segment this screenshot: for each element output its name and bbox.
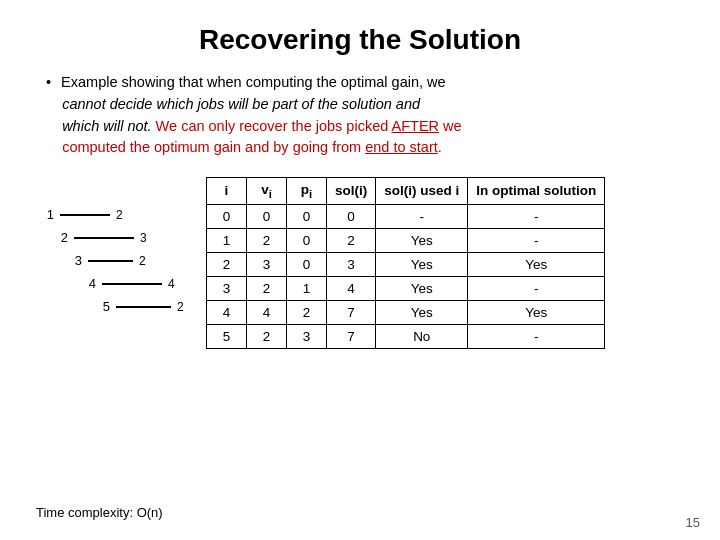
table-row: 0000-- <box>207 204 605 228</box>
table-cell: 3 <box>327 252 376 276</box>
table-cell: - <box>468 276 605 300</box>
diagram-row: 44 <box>36 276 196 291</box>
slide-title: Recovering the Solution <box>36 24 684 56</box>
col-inopt: In optimal solution <box>468 178 605 205</box>
bullet-part2: cannot decide which jobs will be part of… <box>62 96 420 112</box>
table-row: 3214Yes- <box>207 276 605 300</box>
diagram-job-label: 2 <box>50 230 68 245</box>
table-cell: Yes <box>468 252 605 276</box>
table-cell: 7 <box>327 324 376 348</box>
table-cell: 4 <box>327 276 376 300</box>
col-vi: vi <box>247 178 287 205</box>
table-row: 1202Yes- <box>207 228 605 252</box>
diagram-job-value: 3 <box>140 231 147 245</box>
table-cell: 1 <box>207 228 247 252</box>
diagram-row: 52 <box>36 299 196 314</box>
col-i: i <box>207 178 247 205</box>
bullet-text: • Example showing that when computing th… <box>36 72 684 159</box>
diagram-line <box>102 283 162 285</box>
table-cell: 4 <box>207 300 247 324</box>
table-cell: 2 <box>287 300 327 324</box>
bullet-part5b: end to start <box>365 139 438 155</box>
diagram-row: 12 <box>36 207 196 222</box>
diagram-line <box>74 237 134 239</box>
table-cell: 3 <box>247 252 287 276</box>
col-sol: sol(i) <box>327 178 376 205</box>
diagram-job-value: 2 <box>116 208 123 222</box>
table-cell: 3 <box>287 324 327 348</box>
table-cell: 3 <box>207 276 247 300</box>
table-cell: Yes <box>376 300 468 324</box>
diagram-line <box>88 260 133 262</box>
bullet-part4b: AFTER <box>392 118 440 134</box>
slide: Recovering the Solution • Example showin… <box>0 0 720 540</box>
diagram-line-container <box>88 260 133 262</box>
diagram-job-value: 4 <box>168 277 175 291</box>
main-content: 1223324452 i vi pi sol(i) sol(i) used i … <box>36 177 684 495</box>
table-cell: Yes <box>376 276 468 300</box>
time-complexity: Time complexity: O(n) <box>36 505 684 520</box>
bullet-part4c: we <box>439 118 462 134</box>
table-cell: - <box>468 228 605 252</box>
bullet-part1: Example showing that when computing the … <box>61 74 445 90</box>
table-row: 2303YesYes <box>207 252 605 276</box>
table-cell: Yes <box>376 252 468 276</box>
table-cell: 2 <box>207 252 247 276</box>
diagram-job-value: 2 <box>139 254 146 268</box>
diagram-line <box>60 214 110 216</box>
col-used: sol(i) used i <box>376 178 468 205</box>
diagram-line <box>116 306 171 308</box>
table-cell: 2 <box>247 324 287 348</box>
table-section: i vi pi sol(i) sol(i) used i In optimal … <box>206 177 684 349</box>
diagram-job-label: 1 <box>36 207 54 222</box>
diagram-line-container <box>74 237 134 239</box>
table-cell: 2 <box>327 228 376 252</box>
table-cell: 0 <box>247 204 287 228</box>
table-cell: 0 <box>327 204 376 228</box>
diagram-row: 32 <box>36 253 196 268</box>
diagram-job-value: 2 <box>177 300 184 314</box>
table-cell: 2 <box>247 276 287 300</box>
solution-table: i vi pi sol(i) sol(i) used i In optimal … <box>206 177 605 349</box>
table-cell: 1 <box>287 276 327 300</box>
table-cell: - <box>468 324 605 348</box>
diagram-line-container <box>102 283 162 285</box>
col-pi: pi <box>287 178 327 205</box>
diagram-row: 23 <box>36 230 196 245</box>
table-cell: - <box>468 204 605 228</box>
table-row: 5237No- <box>207 324 605 348</box>
table-cell: 0 <box>287 252 327 276</box>
table-row: 4427YesYes <box>207 300 605 324</box>
job-diagram: 1223324452 <box>36 177 196 322</box>
diagram-job-label: 3 <box>64 253 82 268</box>
diagram-job-label: 4 <box>78 276 96 291</box>
table-cell: 5 <box>207 324 247 348</box>
table-cell: 0 <box>287 204 327 228</box>
bullet-part3: which will not. <box>62 118 151 134</box>
table-cell: 4 <box>247 300 287 324</box>
diagram-line-container <box>60 214 110 216</box>
table-cell: 0 <box>287 228 327 252</box>
diagram-job-label: 5 <box>92 299 110 314</box>
table-cell: 0 <box>207 204 247 228</box>
table-cell: 7 <box>327 300 376 324</box>
table-cell: No <box>376 324 468 348</box>
diagram-line-container <box>116 306 171 308</box>
table-cell: Yes <box>376 228 468 252</box>
bullet-part4: We can only recover the jobs picked <box>156 118 392 134</box>
table-header-row: i vi pi sol(i) sol(i) used i In optimal … <box>207 178 605 205</box>
table-cell: - <box>376 204 468 228</box>
bullet-part5c: . <box>438 139 442 155</box>
table-cell: Yes <box>468 300 605 324</box>
table-cell: 2 <box>247 228 287 252</box>
bullet-part5: computed the optimum gain and by going f… <box>62 139 365 155</box>
page-number: 15 <box>686 515 700 530</box>
